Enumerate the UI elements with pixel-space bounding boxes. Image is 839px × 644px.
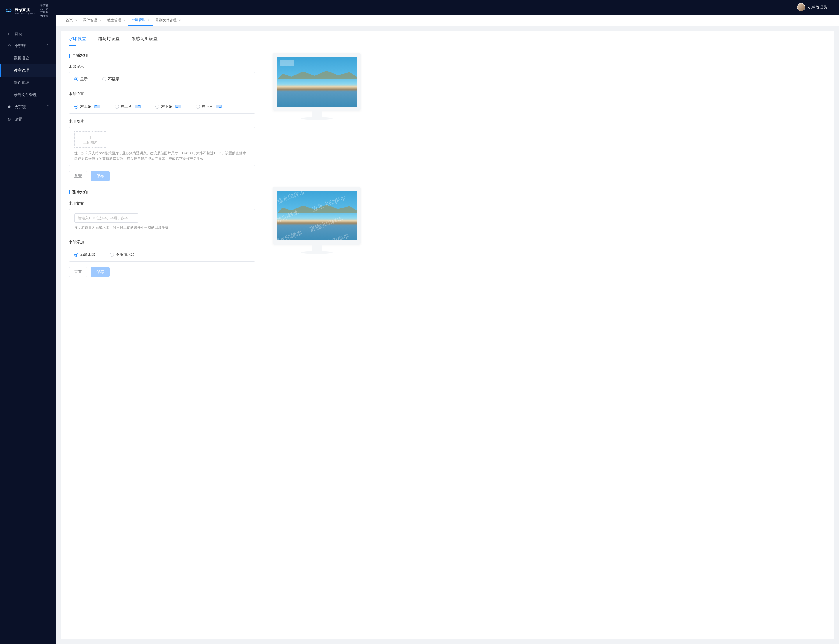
- save-button[interactable]: 保存: [91, 171, 110, 181]
- nav-classroom-mgmt[interactable]: 教室管理: [0, 64, 56, 77]
- logo-icon: [5, 5, 12, 16]
- content-panel: 水印设置 跑马灯设置 敏感词汇设置 直播水印 水印显示 显示: [61, 31, 834, 639]
- watermark-text-overlay: 直播水印样本 直播水印样本 直播水印样本 直播水印样本 直播水印样本 直播水印样…: [277, 191, 356, 240]
- close-icon[interactable]: ×: [75, 18, 77, 22]
- radio-show[interactable]: 显示: [74, 77, 88, 82]
- radio-noadd[interactable]: 不添加水印: [110, 252, 135, 257]
- tab-recording[interactable]: 录制文件管理 ×: [153, 15, 184, 26]
- save-button-2[interactable]: 保存: [91, 267, 110, 277]
- radio-bottomleft[interactable]: 左下角: [155, 104, 181, 109]
- close-icon[interactable]: ×: [99, 18, 101, 22]
- nav-big-class[interactable]: ⚉ 大班课 ˅: [0, 101, 56, 113]
- nav-small-class[interactable]: ⚇ 小班课 ˄: [0, 40, 56, 52]
- radio-topright[interactable]: 右上角: [115, 104, 141, 109]
- close-icon[interactable]: ×: [148, 18, 150, 22]
- preview-monitor-1: [273, 53, 361, 120]
- radio-icon: [115, 105, 119, 108]
- plus-icon: +: [89, 134, 92, 140]
- radio-icon: [196, 105, 200, 108]
- watermark-text-input[interactable]: [74, 214, 138, 223]
- gear-icon: ⚙: [7, 117, 12, 122]
- nav-recording-mgmt[interactable]: 录制文件管理: [0, 89, 56, 101]
- avatar[interactable]: [797, 3, 805, 12]
- user-group-icon: ⚇: [7, 44, 12, 48]
- close-icon[interactable]: ×: [179, 18, 181, 22]
- chevron-down-icon: ˅: [47, 105, 49, 109]
- field-text: 水印文案: [69, 201, 255, 206]
- position-topright-icon: [135, 105, 141, 108]
- chevron-up-icon: ˄: [47, 44, 49, 48]
- logo-tagline2: 式服务云平台: [41, 11, 51, 18]
- chevron-down-icon[interactable]: ˅: [830, 5, 832, 10]
- position-options: 左上角 右上角 左下角: [69, 100, 255, 113]
- users-icon: ⚉: [7, 105, 12, 110]
- text-note: 注：若设置为添加水印，对直播上传的课件和生成的回放生效: [74, 225, 250, 230]
- nav-courseware-mgmt[interactable]: 课件管理: [0, 77, 56, 89]
- radio-topleft[interactable]: 左上角: [74, 104, 100, 109]
- upload-note: 注：水印只支持png格式图片，且必须为透明底。建议最佳图片尺寸：174*80，大…: [74, 151, 250, 162]
- field-position: 水印位置: [69, 91, 255, 97]
- nav-menu: ⌂ 首页 ⚇ 小班课 ˄ 数据概览 教室管理 课件管理 录制文件管理 ⚉: [0, 28, 56, 125]
- close-icon[interactable]: ×: [124, 18, 125, 22]
- position-bottomleft-icon: [175, 105, 181, 108]
- tab-home[interactable]: 首页 ×: [63, 15, 80, 26]
- radio-icon: [74, 77, 78, 81]
- radio-add[interactable]: 添加水印: [74, 252, 95, 257]
- logo: 云朵直播 yunduoketang.com 教育机构一站 式服务云平台: [0, 0, 56, 22]
- radio-icon: [110, 253, 114, 257]
- user-name: 机构管理员: [808, 5, 827, 10]
- upload-button[interactable]: + 上传图片: [74, 131, 106, 148]
- upload-area: + 上传图片 注：水印只支持png格式图片，且必须为透明底。建议最佳图片尺寸：1…: [69, 127, 255, 166]
- position-bottomright-icon: [216, 105, 222, 108]
- page-tab-marquee[interactable]: 跑马灯设置: [98, 31, 120, 46]
- reset-button-2[interactable]: 重置: [69, 267, 87, 277]
- watermark-position-indicator: [280, 60, 293, 66]
- page-tabs: 水印设置 跑马灯设置 敏感词汇设置: [61, 31, 834, 46]
- nav-settings[interactable]: ⚙ 设置 ˅: [0, 113, 56, 125]
- preview-screen-2: 直播水印样本 直播水印样本 直播水印样本 直播水印样本 直播水印样本 直播水印样…: [277, 191, 356, 240]
- add-options: 添加水印 不添加水印: [69, 248, 255, 262]
- tab-classroom[interactable]: 教室管理 ×: [104, 15, 129, 26]
- page-tab-sensitive[interactable]: 敏感词汇设置: [131, 31, 158, 46]
- tab-global[interactable]: 全局管理 ×: [129, 15, 153, 26]
- topbar: 机构管理员 ˅: [56, 0, 839, 15]
- chevron-down-icon: ˅: [47, 117, 49, 122]
- page-tab-watermark[interactable]: 水印设置: [69, 31, 86, 46]
- section-title-live: 直播水印: [69, 53, 255, 58]
- breadcrumb-tabs: 首页 × 课件管理 × 教室管理 × 全局管理 × 录制文件管理 ×: [56, 15, 839, 26]
- preview-monitor-2: 直播水印样本 直播水印样本 直播水印样本 直播水印样本 直播水印样本 直播水印样…: [273, 187, 361, 254]
- text-input-wrap: 注：若设置为添加水印，对直播上传的课件和生成的回放生效: [69, 209, 255, 234]
- position-topleft-icon: [94, 105, 100, 108]
- radio-icon: [74, 253, 78, 257]
- home-icon: ⌂: [7, 31, 12, 36]
- tab-courseware[interactable]: 课件管理 ×: [80, 15, 104, 26]
- section-title-courseware: 课件水印: [69, 190, 255, 195]
- preview-screen-1: [277, 57, 356, 107]
- logo-sub: yunduoketang.com: [15, 12, 35, 15]
- radio-hide[interactable]: 不显示: [102, 77, 119, 82]
- radio-bottomright[interactable]: 右下角: [196, 104, 222, 109]
- radio-icon: [74, 105, 78, 108]
- sidebar: 云朵直播 yunduoketang.com 教育机构一站 式服务云平台 ⌂ 首页…: [0, 0, 56, 644]
- radio-icon: [102, 77, 106, 81]
- logo-tagline1: 教育机构一站: [41, 4, 51, 11]
- nav-data-overview[interactable]: 数据概览: [0, 52, 56, 64]
- field-add: 水印添加: [69, 240, 255, 245]
- reset-button[interactable]: 重置: [69, 171, 87, 181]
- field-image: 水印图片: [69, 119, 255, 124]
- field-display: 水印显示: [69, 64, 255, 69]
- nav-home[interactable]: ⌂ 首页: [0, 28, 56, 40]
- radio-icon: [155, 105, 159, 108]
- display-options: 显示 不显示: [69, 72, 255, 86]
